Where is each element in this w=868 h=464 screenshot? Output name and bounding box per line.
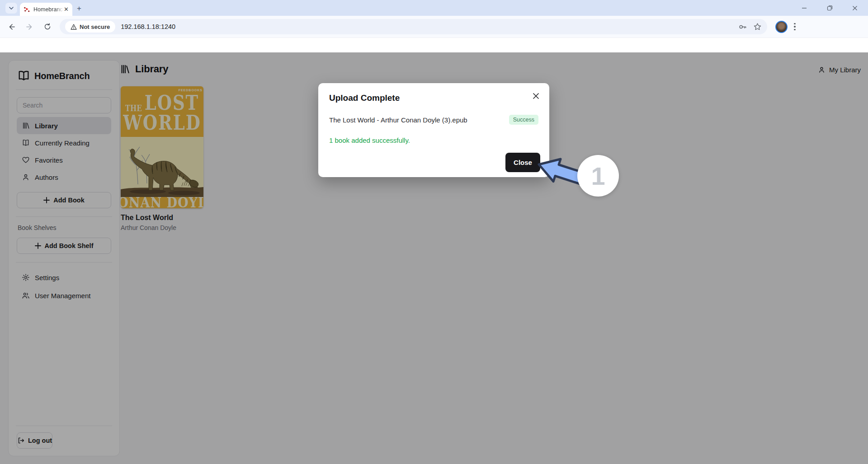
status-badge: Success [509,115,538,125]
new-tab-button[interactable]: + [77,4,81,13]
forward-button[interactable] [23,20,36,33]
window-controls [798,0,868,16]
tab-close-icon[interactable]: ✕ [64,6,69,12]
uploaded-file-row: The Lost World - Arthur Conan Doyle (3).… [329,115,538,125]
chevron-down-icon [9,5,14,11]
tab-strip: Homebranch ✕ + [0,0,868,16]
forward-icon [26,23,33,31]
minimize-icon [802,5,807,11]
bookmark-star-icon[interactable] [753,23,762,31]
browser-menu-button[interactable] [794,23,796,31]
close-window-button[interactable] [849,2,861,14]
back-icon [8,23,15,31]
not-secure-chip[interactable]: Not secure [65,21,115,33]
back-button[interactable] [5,20,18,33]
page-viewport: HomeBranch Library Curr [0,38,868,464]
omnibox-actions [738,23,762,31]
success-message: 1 book added successfully. [329,136,538,144]
password-key-icon[interactable] [738,23,747,31]
site-favicon [24,6,30,13]
restore-button[interactable] [824,2,835,14]
warning-icon [71,24,77,30]
profile-avatar[interactable] [775,21,788,33]
upload-complete-dialog: Upload Complete The Lost World - Arthur … [318,83,549,177]
uploaded-file-name: The Lost World - Arthur Conan Doyle (3).… [329,116,467,124]
close-icon [852,5,858,11]
not-secure-label: Not secure [80,23,110,30]
minimize-button[interactable] [798,2,810,14]
tab-title: Homebranch [33,6,63,13]
annotation-step-number: 1 [591,161,605,191]
restore-icon [827,5,833,11]
annotation-step-circle: 1 [577,155,619,197]
browser-tab[interactable]: Homebranch ✕ [20,3,72,16]
address-bar[interactable]: Not secure 192.168.1.18:1240 [60,19,767,34]
browser-toolbar: Not secure 192.168.1.18:1240 [0,16,868,38]
tab-search-button[interactable] [5,3,17,14]
dialog-close-icon[interactable] [530,90,541,101]
reload-button[interactable] [41,20,54,33]
browser-window: Homebranch ✕ + N [0,0,868,464]
reload-icon [44,23,51,30]
url-text: 192.168.1.18:1240 [121,23,175,30]
dialog-title: Upload Complete [329,93,538,103]
